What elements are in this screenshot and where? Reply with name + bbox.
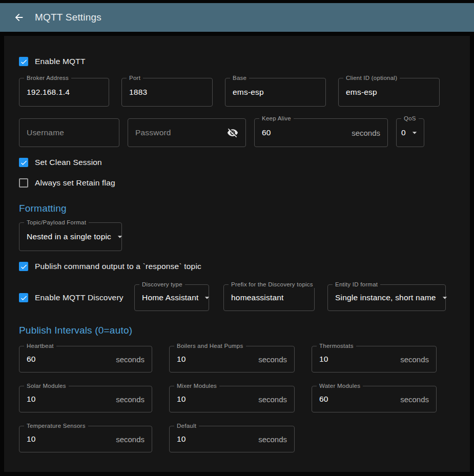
discovery-type-value: Home Assistant (142, 293, 198, 302)
interval-field-mixer-modules: Mixer Modules seconds (169, 386, 295, 412)
client-id-label: Client ID (optional) (343, 75, 400, 81)
interval-label: Temperature Sensors (24, 423, 88, 429)
topic-format-value: Nested in a single topic (27, 232, 111, 241)
toggle-password-visibility-button[interactable] (227, 127, 238, 138)
interval-label: Solar Modules (24, 383, 69, 389)
checkbox-checked-icon (19, 262, 28, 271)
qos-select[interactable]: QoS 0 (396, 118, 424, 147)
publish-response-checkbox[interactable]: Publish command output to a `response` t… (19, 260, 455, 273)
interval-suffix: seconds (254, 435, 287, 444)
interval-input-mixer-modules[interactable] (177, 395, 254, 404)
discovery-type-select[interactable]: Discovery type Home Assistant (134, 284, 209, 311)
interval-field-boilers-heat-pumps: Boilers and Heat Pumps seconds (169, 346, 295, 372)
discovery-row: Enable MQTT Discovery Discovery type Hom… (19, 284, 455, 311)
broker-address-field: Broker Address (19, 78, 109, 107)
broker-address-label: Broker Address (24, 75, 71, 81)
port-label: Port (127, 75, 143, 81)
topic-format-select[interactable]: Topic/Payload Format Nested in a single … (19, 222, 122, 251)
keep-alive-label: Keep Alive (259, 115, 294, 122)
interval-label: Mixer Modules (174, 383, 219, 389)
entity-format-label: Entity ID format (333, 281, 380, 288)
qos-value: 0 (401, 128, 406, 137)
interval-input-heartbeat[interactable] (27, 355, 112, 364)
retain-flag-label: Always set Retain flag (35, 178, 115, 188)
checkbox-checked-icon (19, 158, 28, 167)
dropdown-arrow-icon (202, 293, 212, 303)
publish-intervals-heading: Publish Intervals (0=auto) (19, 325, 455, 336)
interval-label: Heartbeat (24, 343, 56, 349)
topic-format-label: Topic/Payload Format (24, 219, 89, 226)
dropdown-arrow-icon (409, 128, 420, 138)
interval-input-temperature-sensors[interactable] (27, 434, 112, 444)
interval-field-solar-modules: Solar Modules seconds (19, 386, 152, 412)
enable-mqtt-checkbox[interactable]: Enable MQTT (19, 55, 455, 68)
interval-label: Water Modules (317, 383, 363, 389)
keep-alive-input[interactable] (262, 128, 347, 137)
checkbox-unchecked-icon (19, 178, 28, 188)
username-input[interactable] (27, 128, 112, 137)
mqtt-settings-panel: Enable MQTT Broker Address Port Base Cli… (4, 36, 470, 472)
client-id-field: Client ID (optional) (338, 78, 440, 107)
interval-suffix: seconds (112, 355, 145, 364)
interval-label: Boilers and Heat Pumps (174, 343, 246, 349)
base-label: Base (230, 75, 249, 81)
arrow-left-icon (13, 12, 25, 23)
interval-suffix: seconds (254, 395, 287, 404)
interval-label: Thermostats (317, 343, 356, 349)
publish-intervals-grid: Heartbeat seconds Boilers and Heat Pumps… (19, 346, 455, 452)
interval-suffix: seconds (254, 355, 287, 364)
password-field (128, 118, 246, 147)
interval-input-default[interactable] (177, 434, 254, 444)
visibility-off-icon (227, 127, 238, 138)
discovery-type-label: Discovery type (139, 281, 185, 288)
app-bar: MQTT Settings (0, 3, 474, 32)
back-button[interactable] (10, 9, 28, 26)
interval-suffix: seconds (112, 395, 145, 404)
interval-input-solar-modules[interactable] (27, 395, 112, 404)
interval-field-temperature-sensors: Temperature Sensors seconds (19, 426, 152, 452)
dropdown-arrow-icon (440, 293, 450, 303)
interval-suffix: seconds (112, 435, 145, 444)
clean-session-label: Set Clean Session (35, 158, 102, 167)
enable-discovery-checkbox[interactable]: Enable MQTT Discovery (19, 292, 134, 304)
interval-field-water-modules: Water Modules seconds (312, 386, 437, 412)
interval-suffix: seconds (396, 355, 429, 364)
interval-field-thermostats: Thermostats seconds (312, 346, 437, 372)
interval-label: Default (174, 423, 199, 429)
interval-field-default: Default seconds (169, 426, 295, 452)
discovery-prefix-input[interactable] (231, 293, 307, 302)
port-input[interactable] (129, 88, 205, 97)
broker-address-input[interactable] (27, 88, 101, 97)
interval-input-water-modules[interactable] (319, 395, 396, 404)
port-field: Port (121, 78, 213, 107)
broker-settings-row: Broker Address Port Base Client ID (opti… (19, 78, 455, 107)
password-input[interactable] (135, 128, 227, 137)
entity-format-value: Single instance, short name (335, 293, 436, 302)
checkbox-checked-icon (19, 293, 28, 302)
publish-response-label: Publish command output to a `response` t… (35, 262, 201, 271)
keep-alive-suffix: seconds (347, 129, 380, 137)
base-input[interactable] (233, 88, 318, 97)
clean-session-checkbox[interactable]: Set Clean Session (19, 156, 455, 169)
interval-suffix: seconds (396, 395, 429, 404)
interval-input-boilers-heat-pumps[interactable] (177, 355, 254, 364)
enable-discovery-label: Enable MQTT Discovery (35, 293, 123, 302)
checkbox-checked-icon (19, 57, 28, 66)
page-title: MQTT Settings (35, 12, 101, 23)
discovery-prefix-label: Prefix for the Discovery topics (229, 281, 316, 288)
retain-flag-checkbox[interactable]: Always set Retain flag (19, 177, 455, 189)
username-field (19, 118, 119, 147)
interval-input-thermostats[interactable] (319, 355, 396, 364)
entity-format-select[interactable]: Entity ID format Single instance, short … (327, 284, 446, 311)
dropdown-arrow-icon (115, 232, 125, 242)
credentials-row: Keep Alive seconds QoS 0 (19, 118, 455, 147)
interval-field-heartbeat: Heartbeat seconds (19, 346, 152, 372)
enable-mqtt-label: Enable MQTT (35, 57, 86, 66)
keep-alive-field: Keep Alive seconds (254, 118, 388, 147)
client-id-input[interactable] (346, 88, 432, 97)
base-field: Base (225, 78, 326, 107)
qos-label: QoS (401, 115, 419, 122)
formatting-heading: Formatting (19, 203, 455, 214)
discovery-prefix-field: Prefix for the Discovery topics (223, 284, 315, 311)
